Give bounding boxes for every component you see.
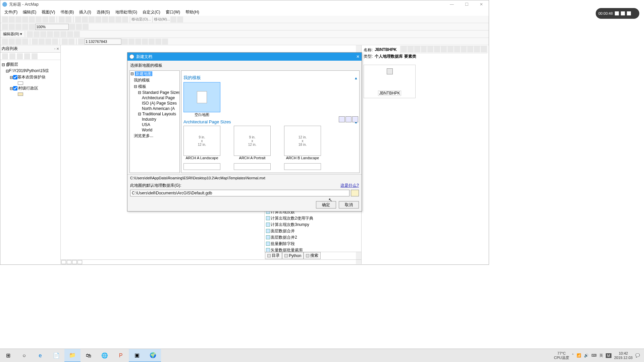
- tray-ime2[interactable]: M: [606, 353, 611, 358]
- tool2e-icon[interactable]: [29, 24, 35, 30]
- template-tree[interactable]: ⊟ 新建地图 我的模板 ⊟ 模板 ⊟ Standard Page Sizes A…: [129, 70, 180, 173]
- edit-tool-icon[interactable]: [27, 31, 33, 37]
- draw-d-icon[interactable]: [421, 46, 427, 52]
- menu-insert[interactable]: 插入(I): [76, 9, 94, 16]
- list-by-selection-icon[interactable]: [24, 53, 30, 59]
- catalog-window-icon[interactable]: [135, 39, 141, 45]
- what-is-this-link[interactable]: 这是什么?: [340, 183, 359, 188]
- tool2b-icon[interactable]: [9, 24, 15, 30]
- save-icon[interactable]: [15, 39, 21, 45]
- next-extent-icon[interactable]: [49, 16, 55, 22]
- powerpoint-icon[interactable]: P: [113, 349, 129, 362]
- rec-stop-icon[interactable]: ■: [621, 11, 625, 15]
- explorer-icon[interactable]: 📁: [64, 349, 80, 362]
- template-arch-b-landscape[interactable]: 12 in.x18 in. ARCH B Landscape: [284, 126, 321, 160]
- template-blank-map[interactable]: 空白地图: [183, 82, 220, 117]
- tray-wifi-icon[interactable]: 📶: [577, 353, 581, 358]
- print-icon[interactable]: [22, 39, 28, 45]
- cut-poly-icon[interactable]: [47, 31, 53, 37]
- tab-python[interactable]: Python: [282, 252, 304, 259]
- view-small-icon[interactable]: [352, 116, 358, 122]
- draw-b-icon[interactable]: [408, 46, 414, 52]
- layer2-name[interactable]: 村级行政区: [17, 85, 39, 91]
- paste-icon[interactable]: [45, 39, 51, 45]
- draw-j-icon[interactable]: [461, 46, 467, 52]
- delete-icon[interactable]: [52, 39, 58, 45]
- open-icon[interactable]: [9, 39, 15, 45]
- move-to-m-label[interactable]: 移动(M)...: [154, 17, 170, 22]
- draw-l-icon[interactable]: [474, 46, 480, 52]
- draw-g-icon[interactable]: [441, 46, 447, 52]
- template-arch-a-landscape[interactable]: 9 in.x12 in. ARCH A Landscape: [183, 126, 220, 160]
- clear-selection-icon[interactable]: [65, 16, 71, 22]
- script-item[interactable]: 计算出现次数2使用字典: [265, 215, 361, 222]
- menu-bookmarks[interactable]: 书签(B): [58, 9, 76, 16]
- full-extent-icon[interactable]: [22, 16, 28, 22]
- menu-file[interactable]: 文件(F): [2, 9, 20, 16]
- tray-notifications-icon[interactable]: 💬: [635, 353, 640, 358]
- tray-chevron-icon[interactable]: ˄: [572, 353, 574, 358]
- layer1-name[interactable]: 基本农田保护块: [17, 74, 46, 80]
- toc-tree[interactable]: ⊟ 🗐 图层 ⊟ F:\Y2019\Python\15综 ⊟ 基本农田保护块 ⊟…: [0, 60, 60, 264]
- html-popup-icon[interactable]: [95, 16, 101, 22]
- time-slider-icon[interactable]: [170, 16, 176, 22]
- measure-icon[interactable]: [102, 16, 108, 22]
- prev-extent-icon[interactable]: [42, 16, 48, 22]
- menu-customize[interactable]: 自定义(C): [140, 9, 163, 16]
- tab-search[interactable]: 搜索: [304, 252, 321, 259]
- tray-clock[interactable]: 10:42 2019.12.03: [614, 351, 633, 359]
- app-taskbar-icon[interactable]: ▣: [129, 349, 145, 362]
- script-item[interactable]: 面层数据合并: [265, 228, 361, 234]
- reshape-icon[interactable]: [40, 31, 46, 37]
- script-item[interactable]: 批量删除字段: [265, 241, 361, 247]
- add-data-icon[interactable]: [78, 39, 84, 45]
- tool2d-icon[interactable]: [22, 24, 28, 30]
- script-item[interactable]: 计算出现次数3numpy: [265, 222, 361, 228]
- tool2h-icon[interactable]: [83, 24, 89, 30]
- collapse-icon[interactable]: ▴: [355, 75, 357, 80]
- tool2a-icon[interactable]: [2, 24, 8, 30]
- temp-widget[interactable]: 77°C CPU温度: [554, 351, 569, 359]
- minimize-button[interactable]: —: [444, 0, 459, 8]
- tool2f-icon[interactable]: [69, 24, 75, 30]
- draw-f-icon[interactable]: [434, 46, 440, 52]
- menu-selection[interactable]: 选择(S): [94, 9, 113, 16]
- hyperlink-icon[interactable]: [89, 16, 95, 22]
- draw-a-icon[interactable]: [401, 46, 407, 52]
- view-large-icon[interactable]: [339, 116, 345, 122]
- cut-icon[interactable]: [32, 39, 38, 45]
- viewer-window-icon[interactable]: [177, 16, 183, 22]
- draw-h-icon[interactable]: [447, 46, 453, 52]
- browse-button[interactable]: [351, 190, 359, 196]
- cortana-icon[interactable]: ○: [16, 349, 32, 362]
- draw-i-icon[interactable]: [454, 46, 460, 52]
- script-item[interactable]: 面层数据合并2: [265, 234, 361, 241]
- toc-source[interactable]: F:\Y2019\Python\15综: [9, 68, 49, 74]
- undo-icon[interactable]: [62, 39, 68, 45]
- menu-geoprocessing[interactable]: 地理处理(G): [113, 9, 140, 16]
- tab-catalog[interactable]: 目录: [265, 252, 282, 259]
- pan-icon[interactable]: [15, 16, 21, 22]
- screen-recorder-widget[interactable]: 00:00:48 ▮▮ ■ ✎: [596, 8, 639, 19]
- tray-keyboard-icon[interactable]: ⌨: [591, 353, 597, 358]
- draw-m-icon[interactable]: [481, 46, 487, 52]
- sketch-props-icon[interactable]: [74, 31, 80, 37]
- template-partial-3[interactable]: [284, 163, 321, 170]
- rec-edit-icon[interactable]: ✎: [627, 11, 631, 15]
- model-builder-icon[interactable]: [162, 39, 168, 45]
- copy-icon[interactable]: [39, 39, 45, 45]
- zoom-pct-combo[interactable]: 100%: [35, 24, 69, 30]
- menu-view[interactable]: 视图(V): [39, 9, 58, 16]
- zoom-in-icon[interactable]: [2, 16, 8, 22]
- menu-help[interactable]: 帮助(H): [183, 9, 202, 16]
- menu-edit[interactable]: 编辑(E): [20, 9, 39, 16]
- search-window-icon[interactable]: [142, 39, 148, 45]
- toc-options-icon[interactable]: [32, 53, 38, 59]
- redo-icon[interactable]: [68, 39, 74, 45]
- list-by-drawing-icon[interactable]: [2, 53, 8, 59]
- store-icon[interactable]: 🛍: [80, 349, 97, 362]
- layer2-checkbox[interactable]: [13, 86, 17, 90]
- new-icon[interactable]: [2, 39, 8, 45]
- editor-toolbar-icon[interactable]: [122, 39, 128, 45]
- view-medium-icon[interactable]: [345, 116, 352, 122]
